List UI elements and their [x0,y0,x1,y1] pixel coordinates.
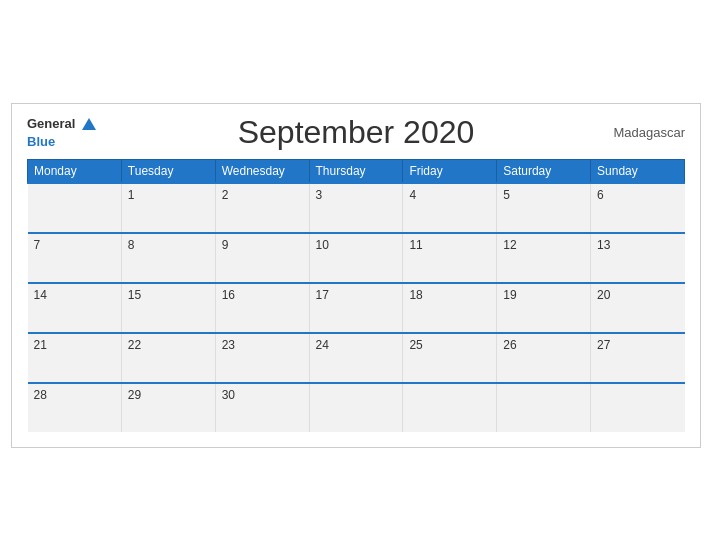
day-cell: 14 [28,283,122,333]
weekday-header-saturday: Saturday [497,159,591,183]
calendar: General Blue September 2020 Madagascar M… [11,103,701,448]
day-number: 12 [503,238,516,252]
day-number: 27 [597,338,610,352]
logo-general-row: General [27,114,96,132]
day-number: 16 [222,288,235,302]
logo-triangle-icon [82,118,96,130]
week-row-1: 123456 [28,183,685,233]
day-cell: 21 [28,333,122,383]
day-cell: 18 [403,283,497,333]
day-number: 20 [597,288,610,302]
day-number: 30 [222,388,235,402]
day-cell: 20 [591,283,685,333]
day-cell: 27 [591,333,685,383]
month-title: September 2020 [238,114,475,151]
day-cell: 22 [121,333,215,383]
day-number: 15 [128,288,141,302]
day-cell [28,183,122,233]
day-number: 3 [316,188,323,202]
weekday-header-sunday: Sunday [591,159,685,183]
day-cell: 10 [309,233,403,283]
calendar-header: General Blue September 2020 Madagascar [27,114,685,151]
day-cell: 8 [121,233,215,283]
day-number: 17 [316,288,329,302]
day-cell: 23 [215,333,309,383]
day-cell [497,383,591,432]
day-cell: 30 [215,383,309,432]
day-number: 6 [597,188,604,202]
day-cell: 12 [497,233,591,283]
day-cell: 1 [121,183,215,233]
day-cell: 13 [591,233,685,283]
day-cell: 11 [403,233,497,283]
day-number: 25 [409,338,422,352]
day-number: 24 [316,338,329,352]
week-row-5: 282930 [28,383,685,432]
day-number: 11 [409,238,422,252]
day-number: 4 [409,188,416,202]
day-number: 18 [409,288,422,302]
day-cell [591,383,685,432]
day-number: 8 [128,238,135,252]
day-number: 9 [222,238,229,252]
day-number: 29 [128,388,141,402]
weekday-header-friday: Friday [403,159,497,183]
day-cell: 25 [403,333,497,383]
day-cell: 29 [121,383,215,432]
day-number: 28 [34,388,47,402]
day-cell: 19 [497,283,591,333]
calendar-grid: MondayTuesdayWednesdayThursdayFridaySatu… [27,159,685,432]
day-number: 7 [34,238,41,252]
day-cell: 6 [591,183,685,233]
weekday-header-wednesday: Wednesday [215,159,309,183]
day-number: 1 [128,188,135,202]
day-number: 5 [503,188,510,202]
day-cell: 5 [497,183,591,233]
logo-general-text: General [27,116,75,131]
day-cell: 15 [121,283,215,333]
weekday-header-thursday: Thursday [309,159,403,183]
day-cell: 3 [309,183,403,233]
logo: General Blue [27,114,96,149]
day-number: 13 [597,238,610,252]
day-number: 14 [34,288,47,302]
day-number: 2 [222,188,229,202]
day-cell [309,383,403,432]
day-cell: 24 [309,333,403,383]
day-cell: 7 [28,233,122,283]
day-cell: 4 [403,183,497,233]
day-number: 21 [34,338,47,352]
day-number: 22 [128,338,141,352]
day-cell: 16 [215,283,309,333]
day-cell: 28 [28,383,122,432]
day-cell [403,383,497,432]
day-cell: 9 [215,233,309,283]
week-row-4: 21222324252627 [28,333,685,383]
country-label: Madagascar [613,125,685,140]
weekday-header-row: MondayTuesdayWednesdayThursdayFridaySatu… [28,159,685,183]
week-row-3: 14151617181920 [28,283,685,333]
weekday-header-monday: Monday [28,159,122,183]
logo-blue-text: Blue [27,134,55,149]
day-cell: 26 [497,333,591,383]
day-cell: 17 [309,283,403,333]
day-number: 10 [316,238,329,252]
day-cell: 2 [215,183,309,233]
logo-blue-row: Blue [27,132,96,150]
day-number: 23 [222,338,235,352]
day-number: 19 [503,288,516,302]
day-number: 26 [503,338,516,352]
week-row-2: 78910111213 [28,233,685,283]
weekday-header-tuesday: Tuesday [121,159,215,183]
